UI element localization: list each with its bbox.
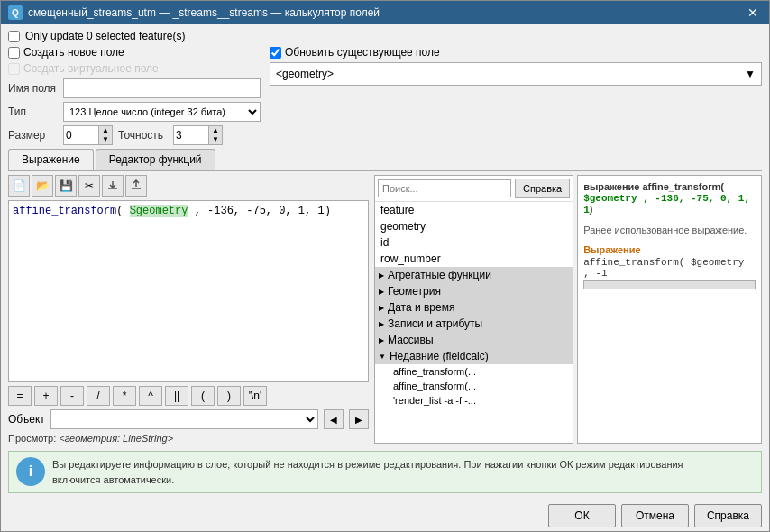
- create-new-field-label: Создать новое поле: [23, 46, 124, 59]
- op-divide[interactable]: /: [87, 386, 110, 406]
- search-input[interactable]: [378, 179, 511, 197]
- tab-expression[interactable]: Выражение: [8, 149, 94, 170]
- help-button[interactable]: Справка: [515, 179, 570, 198]
- tree-group-geometry[interactable]: ▶ Геометрия: [375, 283, 573, 299]
- field-name-label: Имя поля: [8, 82, 58, 95]
- triangle-down-icon: ▼: [379, 353, 386, 361]
- object-row: Объект ◀ ▶: [8, 409, 369, 429]
- only-update-checkbox[interactable]: [8, 31, 20, 42]
- titlebar-left: Q смещенный_streams_utm — _streams__stre…: [8, 5, 380, 20]
- geometry-value: <geometry>: [276, 68, 334, 80]
- tree-group-datetime[interactable]: ▶ Дата и время: [375, 299, 573, 316]
- update-existing-label: Обновить существующее поле: [285, 46, 440, 59]
- triangle-icon: ▶: [379, 271, 384, 280]
- create-virtual-field-checkbox: [8, 63, 20, 75]
- search-bar: Справка: [375, 176, 573, 202]
- info-text: Вы редактируете информацию в слое, котор…: [52, 457, 683, 487]
- geometry-dropdown[interactable]: <geometry> ▼: [270, 62, 762, 86]
- import-button[interactable]: [102, 175, 124, 197]
- size-label: Размер: [8, 129, 58, 142]
- precision-input[interactable]: [174, 129, 208, 142]
- operators-row: = + - / * ^ || ( ) '\n': [8, 386, 369, 406]
- type-select[interactable]: 123 Целое число (integer 32 бита): [63, 102, 261, 122]
- tree-item-id[interactable]: id: [375, 234, 573, 251]
- cancel-button[interactable]: Отмена: [621, 504, 689, 527]
- bottom-info-bar: i Вы редактируете информацию в слое, кот…: [8, 451, 762, 493]
- expr-comma1: , -136, -75, 0, 1, 1: [195, 205, 325, 217]
- op-multiply[interactable]: *: [113, 386, 136, 406]
- expr-function-name: affine_transform: [13, 205, 116, 217]
- tree-child-affine1[interactable]: affine_transform(...: [375, 364, 573, 379]
- triangle-icon: ▶: [379, 320, 384, 328]
- op-newline[interactable]: '\n': [243, 386, 267, 406]
- only-update-label: Only update 0 selected feature(s): [25, 30, 185, 42]
- buttons-row: ОК Отмена Справка: [1, 499, 769, 531]
- save-button[interactable]: 💾: [55, 175, 77, 197]
- object-select[interactable]: [50, 409, 318, 429]
- create-new-field-checkbox[interactable]: [8, 47, 20, 59]
- functions-tree: feature geometry id row_number ▶: [375, 202, 573, 443]
- op-paren-close[interactable]: ): [217, 386, 241, 406]
- precision-down-button[interactable]: ▼: [209, 135, 222, 144]
- tree-group-records[interactable]: ▶ Записи и атрибуты: [375, 316, 573, 332]
- size-input[interactable]: [64, 129, 98, 142]
- section-top: Создать новое поле Создать виртуальное п…: [8, 46, 762, 145]
- tree-group-aggregate[interactable]: ▶ Агрегатные функции: [375, 267, 573, 283]
- op-paren-open[interactable]: (: [191, 386, 215, 406]
- functions-list: Справка feature geometry id row: [374, 175, 573, 444]
- cut-button[interactable]: ✂: [78, 175, 100, 197]
- tab-function-editor[interactable]: Редактор функций: [96, 149, 215, 170]
- titlebar: Q смещенный_streams_utm — _streams__stre…: [1, 1, 769, 24]
- size-up-button[interactable]: ▲: [99, 126, 112, 135]
- info-expr-label: Выражение: [583, 244, 756, 255]
- tree-child-affine2[interactable]: affine_transform(...: [375, 379, 573, 393]
- main-window: Q смещенный_streams_utm — _streams__stre…: [0, 0, 770, 532]
- info-description: Ранее использованное выражение.: [583, 225, 756, 235]
- close-button[interactable]: ✕: [744, 4, 762, 22]
- op-equals[interactable]: =: [8, 386, 32, 406]
- app-icon: Q: [8, 5, 23, 20]
- tree-item-feature[interactable]: feature: [375, 202, 573, 218]
- tree-child-render[interactable]: 'render_list -a -f -...: [375, 393, 573, 408]
- op-minus[interactable]: -: [60, 386, 84, 406]
- ok-button[interactable]: ОК: [548, 504, 616, 527]
- expr-param: $geometry: [130, 205, 188, 217]
- update-existing-row: Обновить существующее поле: [270, 46, 762, 59]
- expr-paren-open: (: [116, 205, 123, 217]
- precision-spinner-buttons: ▲ ▼: [208, 126, 222, 144]
- size-down-button[interactable]: ▼: [99, 135, 112, 144]
- op-concat[interactable]: ||: [165, 386, 188, 406]
- precision-up-button[interactable]: ▲: [209, 126, 222, 135]
- only-update-row: Only update 0 selected feature(s): [8, 30, 762, 42]
- info-scrollbar[interactable]: [583, 280, 756, 289]
- update-existing-checkbox[interactable]: [270, 47, 281, 59]
- tree-item-row-number[interactable]: row_number: [375, 251, 573, 267]
- tree-group-arrays[interactable]: ▶ Массивы: [375, 332, 573, 348]
- open-button[interactable]: 📂: [32, 175, 53, 197]
- op-power[interactable]: ^: [139, 386, 162, 406]
- type-label: Тип: [8, 105, 58, 118]
- object-label: Объект: [8, 413, 45, 426]
- content-area: Only update 0 selected feature(s) Создат…: [1, 24, 769, 499]
- size-spinner-buttons: ▲ ▼: [98, 126, 112, 144]
- tree-item-geometry[interactable]: geometry: [375, 218, 573, 234]
- preview-label: Просмотр:: [8, 433, 56, 444]
- new-button[interactable]: 📄: [8, 175, 30, 197]
- expression-editor[interactable]: affine_transform( $geometry , -136, -75,…: [8, 200, 369, 382]
- create-virtual-field-row: Создать виртуальное поле: [8, 62, 261, 75]
- create-virtual-field-label: Создать виртуальное поле: [23, 62, 159, 75]
- export-button[interactable]: [125, 175, 147, 197]
- preview-value: <геометрия: LineString>: [59, 433, 173, 444]
- help-dialog-button[interactable]: Справка: [694, 504, 762, 527]
- field-name-input[interactable]: [63, 78, 261, 98]
- section-right: Обновить существующее поле <geometry> ▼: [270, 46, 762, 145]
- tree-group-recent[interactable]: ▼ Недавние (fieldcalc): [375, 348, 573, 364]
- toolbar-row: 📄 📂 💾 ✂: [8, 175, 369, 197]
- nav-next-button[interactable]: ▶: [349, 409, 369, 429]
- dropdown-arrow-icon: ▼: [745, 68, 756, 80]
- preview-row: Просмотр: <геометрия: LineString>: [8, 433, 369, 444]
- expr-paren-close: ): [325, 205, 331, 217]
- main-area: 📄 📂 💾 ✂ affine_transform( $geometry , -1…: [8, 175, 762, 444]
- nav-prev-button[interactable]: ◀: [324, 409, 344, 429]
- op-plus[interactable]: +: [34, 386, 58, 406]
